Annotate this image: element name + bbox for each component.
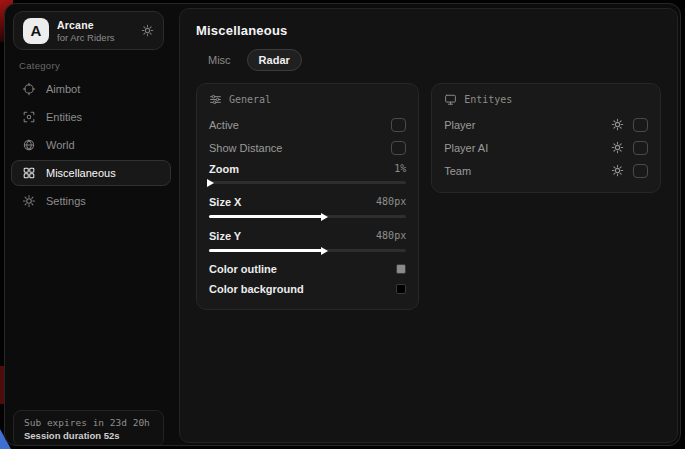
sub-expires-text: Sub expires in 23d 20h [24, 417, 153, 428]
sidebar-nav: Aimbot Entities World [11, 76, 171, 214]
tab-misc[interactable]: Misc [196, 49, 243, 71]
tab-radar[interactable]: Radar [247, 49, 302, 71]
size-x-label: Size X [209, 196, 241, 208]
size-y-value: 480px [376, 230, 406, 241]
team-row: Team [444, 159, 648, 182]
entities-panel: Entityes Player P [431, 83, 661, 193]
category-label: Category [19, 60, 60, 71]
sidebar-item-aimbot[interactable]: Aimbot [11, 76, 171, 102]
size-y-slider-thumb[interactable] [321, 247, 328, 255]
size-x-slider-fill [209, 215, 323, 218]
app-logo: A [23, 18, 49, 44]
zoom-row: Zoom 1% [209, 159, 406, 178]
app-title-block: Arcane for Arc Riders [57, 19, 115, 43]
sidebar-item-label: Entities [46, 111, 82, 123]
active-label: Active [209, 119, 239, 131]
scan-icon [22, 110, 36, 124]
team-label: Team [444, 165, 471, 177]
team-gear-icon[interactable] [611, 164, 624, 177]
tab-bar: Misc Radar [196, 49, 661, 71]
team-checkbox[interactable] [633, 164, 648, 178]
monitor-icon [444, 93, 457, 106]
size-y-slider-fill [209, 249, 323, 252]
session-duration-text: Session duration 52s [24, 430, 153, 441]
sidebar: A Arcane for Arc Riders Category [5, 4, 177, 445]
color-background-swatch[interactable] [396, 284, 406, 294]
panel-row: General Active Show Distance Zoom 1% [196, 83, 661, 310]
team-controls [611, 164, 648, 178]
color-outline-swatch[interactable] [396, 264, 406, 274]
app-name: Arcane [57, 19, 115, 31]
player-ai-controls [611, 141, 648, 155]
main-content: Miscellaneous Misc Radar General [179, 8, 678, 443]
app-subtitle: for Arc Riders [57, 32, 115, 43]
player-ai-label: Player AI [444, 142, 488, 154]
color-outline-label: Color outline [209, 263, 277, 275]
color-outline-row: Color outline [209, 259, 406, 279]
player-ai-checkbox[interactable] [633, 141, 648, 155]
app-window: A Arcane for Arc Riders Category [4, 3, 681, 446]
zoom-slider-thumb[interactable] [207, 179, 214, 187]
player-row: Player [444, 113, 648, 136]
zoom-slider[interactable] [209, 181, 406, 184]
show-distance-row: Show Distance [209, 136, 406, 159]
size-y-row: Size Y 480px [209, 225, 406, 246]
entities-panel-header: Entityes [444, 93, 648, 106]
player-label: Player [444, 119, 475, 131]
zoom-label: Zoom [209, 163, 239, 175]
sidebar-item-label: Miscellaneous [46, 167, 116, 179]
size-x-slider[interactable] [209, 215, 406, 218]
sidebar-item-label: Aimbot [46, 83, 80, 95]
player-gear-icon[interactable] [611, 118, 624, 131]
sidebar-item-entities[interactable]: Entities [11, 104, 171, 130]
size-x-value: 480px [376, 196, 406, 207]
sidebar-item-world[interactable]: World [11, 132, 171, 158]
color-background-row: Color background [209, 279, 406, 299]
active-checkbox[interactable] [391, 118, 406, 132]
sidebar-item-label: Settings [46, 195, 86, 207]
general-panel-title: General [229, 94, 271, 105]
sidebar-item-settings[interactable]: Settings [11, 188, 171, 214]
sliders-icon [209, 93, 222, 106]
size-x-row: Size X 480px [209, 191, 406, 212]
size-y-slider[interactable] [209, 249, 406, 252]
app-header-card: A Arcane for Arc Riders [13, 11, 164, 50]
size-y-label: Size Y [209, 230, 241, 242]
subscription-card: Sub expires in 23d 20h Session duration … [13, 410, 164, 446]
header-gear-icon[interactable] [141, 24, 154, 37]
page-title: Miscellaneous [196, 23, 661, 38]
gear-icon [22, 194, 36, 208]
show-distance-label: Show Distance [209, 142, 282, 154]
entities-panel-title: Entityes [464, 94, 512, 105]
zoom-value: 1% [394, 163, 406, 174]
player-ai-row: Player AI [444, 136, 648, 159]
general-panel-header: General [209, 93, 406, 106]
player-checkbox[interactable] [633, 118, 648, 132]
show-distance-checkbox[interactable] [391, 141, 406, 155]
sidebar-item-label: World [46, 139, 75, 151]
color-background-label: Color background [209, 283, 304, 295]
globe-icon [22, 138, 36, 152]
player-controls [611, 118, 648, 132]
grid-icon [22, 166, 36, 180]
sidebar-item-miscellaneous[interactable]: Miscellaneous [11, 160, 171, 186]
general-panel: General Active Show Distance Zoom 1% [196, 83, 419, 310]
size-x-slider-thumb[interactable] [321, 213, 328, 221]
crosshair-icon [22, 82, 36, 96]
player-ai-gear-icon[interactable] [611, 141, 624, 154]
active-row: Active [209, 113, 406, 136]
